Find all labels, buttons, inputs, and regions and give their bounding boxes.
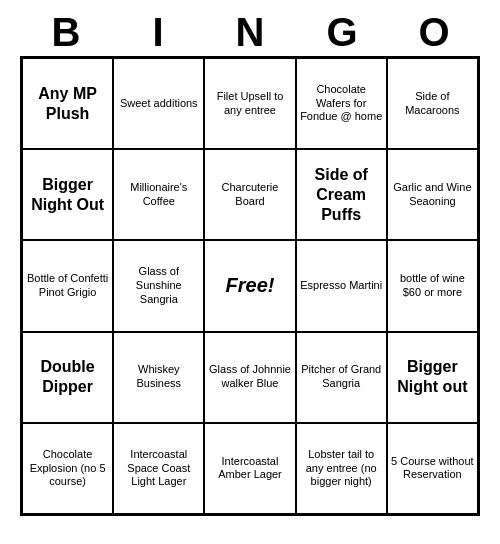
bingo-grid: Any MP PlushSweet additionsFilet Upsell …	[20, 56, 480, 516]
header-letter-g: G	[296, 10, 388, 54]
bingo-cell-16: Whiskey Business	[113, 332, 204, 423]
bingo-cell-22: Intercoastal Amber Lager	[204, 423, 295, 514]
bingo-cell-1: Sweet additions	[113, 58, 204, 149]
bingo-cell-2: Filet Upsell to any entree	[204, 58, 295, 149]
bingo-cell-3: Chocolate Wafers for Fondue @ home	[296, 58, 387, 149]
bingo-cell-4: Side of Macaroons	[387, 58, 478, 149]
bingo-header: BINGO	[20, 10, 480, 54]
bingo-cell-5: Bigger Night Out	[22, 149, 113, 240]
bingo-cell-0: Any MP Plush	[22, 58, 113, 149]
bingo-cell-11: Glass of Sunshine Sangria	[113, 240, 204, 331]
bingo-cell-20: Chocolate Explosion (no 5 course)	[22, 423, 113, 514]
bingo-cell-13: Espresso Martini	[296, 240, 387, 331]
bingo-cell-10: Bottle of Confetti Pinot Grigio	[22, 240, 113, 331]
bingo-cell-15: Double Dipper	[22, 332, 113, 423]
bingo-cell-12: Free!	[204, 240, 295, 331]
bingo-cell-8: Side of Cream Puffs	[296, 149, 387, 240]
bingo-cell-21: Intercoastal Space Coast Light Lager	[113, 423, 204, 514]
bingo-cell-17: Glass of Johnnie walker Blue	[204, 332, 295, 423]
bingo-cell-7: Charcuterie Board	[204, 149, 295, 240]
header-letter-n: N	[204, 10, 296, 54]
header-letter-b: B	[20, 10, 112, 54]
bingo-cell-14: bottle of wine $60 or more	[387, 240, 478, 331]
bingo-cell-6: Millionaire's Coffee	[113, 149, 204, 240]
bingo-cell-18: Pitcher of Grand Sangria	[296, 332, 387, 423]
header-letter-i: I	[112, 10, 204, 54]
header-letter-o: O	[388, 10, 480, 54]
bingo-cell-23: Lobster tail to any entree (no bigger ni…	[296, 423, 387, 514]
bingo-cell-19: Bigger Night out	[387, 332, 478, 423]
bingo-cell-9: Garlic and Wine Seaoning	[387, 149, 478, 240]
bingo-cell-24: 5 Course without Reservation	[387, 423, 478, 514]
